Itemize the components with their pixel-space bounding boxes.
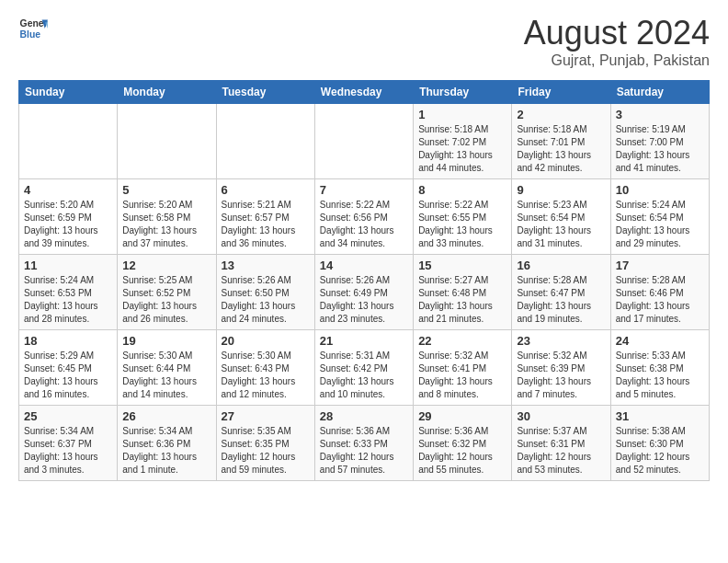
week-row-2: 4Sunrise: 5:20 AMSunset: 6:59 PMDaylight…: [19, 179, 710, 255]
day-info: Sunrise: 5:31 AMSunset: 6:42 PMDaylight:…: [320, 350, 408, 401]
day-info: Sunrise: 5:36 AMSunset: 6:32 PMDaylight:…: [418, 425, 506, 477]
calendar-cell: 3Sunrise: 5:19 AMSunset: 7:00 PMDaylight…: [610, 104, 709, 179]
day-info: Sunrise: 5:29 AMSunset: 6:45 PMDaylight:…: [24, 350, 112, 401]
day-info: Sunrise: 5:28 AMSunset: 6:46 PMDaylight:…: [616, 274, 704, 326]
day-number: 19: [122, 334, 210, 348]
day-info: Sunrise: 5:32 AMSunset: 6:39 PMDaylight:…: [517, 350, 605, 401]
calendar-cell: 14Sunrise: 5:26 AMSunset: 6:49 PMDayligh…: [314, 255, 413, 330]
calendar: Sunday Monday Tuesday Wednesday Thursday…: [18, 80, 710, 481]
header-sunday: Sunday: [19, 81, 118, 104]
day-info: Sunrise: 5:23 AMSunset: 6:54 PMDaylight:…: [517, 199, 605, 250]
day-number: 1: [418, 108, 506, 121]
calendar-cell: 10Sunrise: 5:24 AMSunset: 6:54 PMDayligh…: [610, 179, 709, 255]
day-info: Sunrise: 5:20 AMSunset: 6:58 PMDaylight:…: [122, 199, 210, 250]
location: Gujrat, Punjab, Pakistan: [524, 52, 710, 69]
day-number: 13: [222, 259, 310, 272]
day-number: 12: [122, 259, 210, 272]
day-number: 11: [24, 259, 112, 272]
day-info: Sunrise: 5:20 AMSunset: 6:59 PMDaylight:…: [24, 199, 112, 250]
day-info: Sunrise: 5:18 AMSunset: 7:01 PMDaylight:…: [517, 123, 605, 175]
day-info: Sunrise: 5:32 AMSunset: 6:41 PMDaylight:…: [418, 350, 506, 401]
calendar-cell: 13Sunrise: 5:26 AMSunset: 6:50 PMDayligh…: [216, 255, 314, 330]
header-friday: Friday: [512, 81, 610, 104]
calendar-cell: 15Sunrise: 5:27 AMSunset: 6:48 PMDayligh…: [414, 255, 512, 330]
day-number: 26: [122, 409, 210, 423]
calendar-cell: 22Sunrise: 5:32 AMSunset: 6:41 PMDayligh…: [414, 330, 512, 406]
day-number: 31: [616, 409, 704, 423]
week-row-3: 11Sunrise: 5:24 AMSunset: 6:53 PMDayligh…: [19, 255, 710, 330]
day-number: 10: [616, 183, 704, 197]
day-number: 4: [24, 183, 112, 197]
header-thursday: Thursday: [414, 81, 512, 104]
calendar-cell: 29Sunrise: 5:36 AMSunset: 6:32 PMDayligh…: [414, 406, 512, 481]
header: General Blue August 2024 Gujrat, Punjab,…: [18, 14, 710, 69]
calendar-cell: 2Sunrise: 5:18 AMSunset: 7:01 PMDaylight…: [512, 104, 610, 179]
day-info: Sunrise: 5:27 AMSunset: 6:48 PMDaylight:…: [418, 274, 506, 326]
calendar-cell: 21Sunrise: 5:31 AMSunset: 6:42 PMDayligh…: [314, 330, 413, 406]
logo: General Blue: [18, 14, 51, 43]
calendar-cell: 8Sunrise: 5:22 AMSunset: 6:55 PMDaylight…: [414, 179, 512, 255]
svg-text:Blue: Blue: [20, 29, 41, 40]
day-info: Sunrise: 5:26 AMSunset: 6:50 PMDaylight:…: [222, 274, 310, 326]
day-number: 15: [418, 259, 506, 272]
week-row-4: 18Sunrise: 5:29 AMSunset: 6:45 PMDayligh…: [19, 330, 710, 406]
week-row-1: 1Sunrise: 5:18 AMSunset: 7:02 PMDaylight…: [19, 104, 710, 179]
header-saturday: Saturday: [610, 81, 709, 104]
calendar-cell: 7Sunrise: 5:22 AMSunset: 6:56 PMDaylight…: [314, 179, 413, 255]
day-number: 22: [418, 334, 506, 348]
calendar-cell: 12Sunrise: 5:25 AMSunset: 6:52 PMDayligh…: [118, 255, 216, 330]
header-monday: Monday: [118, 81, 216, 104]
day-info: Sunrise: 5:26 AMSunset: 6:49 PMDaylight:…: [320, 274, 408, 326]
calendar-cell: [19, 104, 118, 179]
page: General Blue August 2024 Gujrat, Punjab,…: [0, 0, 728, 563]
day-number: 30: [517, 409, 605, 423]
day-number: 8: [418, 183, 506, 197]
week-row-5: 25Sunrise: 5:34 AMSunset: 6:37 PMDayligh…: [19, 406, 710, 481]
day-info: Sunrise: 5:37 AMSunset: 6:31 PMDaylight:…: [517, 425, 605, 477]
day-number: 25: [24, 409, 112, 423]
calendar-cell: 19Sunrise: 5:30 AMSunset: 6:44 PMDayligh…: [118, 330, 216, 406]
day-info: Sunrise: 5:22 AMSunset: 6:56 PMDaylight:…: [320, 199, 408, 250]
day-info: Sunrise: 5:22 AMSunset: 6:55 PMDaylight:…: [418, 199, 506, 250]
calendar-cell: 16Sunrise: 5:28 AMSunset: 6:47 PMDayligh…: [512, 255, 610, 330]
day-info: Sunrise: 5:24 AMSunset: 6:53 PMDaylight:…: [24, 274, 112, 326]
day-number: 27: [222, 409, 310, 423]
day-info: Sunrise: 5:30 AMSunset: 6:43 PMDaylight:…: [222, 350, 310, 401]
day-number: 7: [320, 183, 408, 197]
day-number: 9: [517, 183, 605, 197]
weekday-header-row: Sunday Monday Tuesday Wednesday Thursday…: [19, 81, 710, 104]
day-info: Sunrise: 5:21 AMSunset: 6:57 PMDaylight:…: [222, 199, 310, 250]
day-info: Sunrise: 5:18 AMSunset: 7:02 PMDaylight:…: [418, 123, 506, 175]
calendar-cell: 25Sunrise: 5:34 AMSunset: 6:37 PMDayligh…: [19, 406, 118, 481]
calendar-cell: [314, 104, 413, 179]
calendar-cell: 26Sunrise: 5:34 AMSunset: 6:36 PMDayligh…: [118, 406, 216, 481]
month-year: August 2024: [524, 14, 710, 52]
calendar-cell: 28Sunrise: 5:36 AMSunset: 6:33 PMDayligh…: [314, 406, 413, 481]
logo-icon: General Blue: [18, 14, 48, 43]
calendar-cell: 11Sunrise: 5:24 AMSunset: 6:53 PMDayligh…: [19, 255, 118, 330]
calendar-cell: 23Sunrise: 5:32 AMSunset: 6:39 PMDayligh…: [512, 330, 610, 406]
header-tuesday: Tuesday: [216, 81, 314, 104]
day-number: 16: [517, 259, 605, 272]
calendar-cell: 9Sunrise: 5:23 AMSunset: 6:54 PMDaylight…: [512, 179, 610, 255]
day-info: Sunrise: 5:33 AMSunset: 6:38 PMDaylight:…: [616, 350, 704, 401]
calendar-cell: 18Sunrise: 5:29 AMSunset: 6:45 PMDayligh…: [19, 330, 118, 406]
day-info: Sunrise: 5:34 AMSunset: 6:36 PMDaylight:…: [122, 425, 210, 477]
day-number: 28: [320, 409, 408, 423]
day-info: Sunrise: 5:19 AMSunset: 7:00 PMDaylight:…: [616, 123, 704, 175]
calendar-cell: 6Sunrise: 5:21 AMSunset: 6:57 PMDaylight…: [216, 179, 314, 255]
day-number: 23: [517, 334, 605, 348]
day-info: Sunrise: 5:25 AMSunset: 6:52 PMDaylight:…: [122, 274, 210, 326]
title-area: August 2024 Gujrat, Punjab, Pakistan: [524, 14, 710, 69]
calendar-cell: 30Sunrise: 5:37 AMSunset: 6:31 PMDayligh…: [512, 406, 610, 481]
day-number: 2: [517, 108, 605, 121]
calendar-cell: 4Sunrise: 5:20 AMSunset: 6:59 PMDaylight…: [19, 179, 118, 255]
day-number: 14: [320, 259, 408, 272]
calendar-cell: 31Sunrise: 5:38 AMSunset: 6:30 PMDayligh…: [610, 406, 709, 481]
day-number: 21: [320, 334, 408, 348]
calendar-cell: 20Sunrise: 5:30 AMSunset: 6:43 PMDayligh…: [216, 330, 314, 406]
day-info: Sunrise: 5:38 AMSunset: 6:30 PMDaylight:…: [616, 425, 704, 477]
day-number: 17: [616, 259, 704, 272]
day-number: 5: [122, 183, 210, 197]
day-info: Sunrise: 5:36 AMSunset: 6:33 PMDaylight:…: [320, 425, 408, 477]
